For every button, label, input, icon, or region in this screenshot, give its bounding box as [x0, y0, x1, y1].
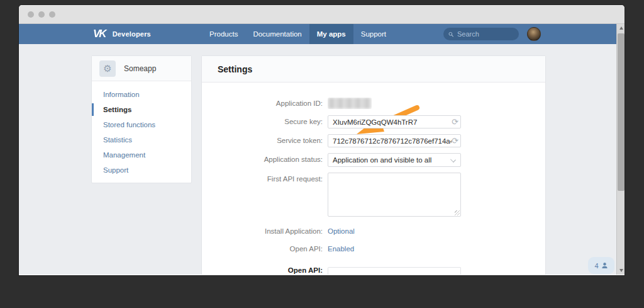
install-application-label: Install Application:	[202, 225, 323, 236]
nav-item-products[interactable]: Products	[202, 24, 245, 44]
search-input[interactable]	[457, 30, 514, 38]
row-application-id: Application ID:	[202, 97, 545, 109]
refresh-service-token-icon[interactable]: ⟳	[452, 136, 458, 145]
window-control-dot[interactable]	[38, 11, 45, 18]
browser-window: VK Developers Products Documentation My …	[19, 5, 625, 275]
vk-brand[interactable]: VK Developers	[93, 24, 151, 44]
nav-item-support[interactable]: Support	[353, 24, 394, 44]
page-content: ⚙ Someapp Information Settings Stored fu…	[19, 44, 616, 275]
service-token-input[interactable]	[328, 134, 461, 147]
sidebar-item-support[interactable]: Support	[92, 163, 191, 178]
sidebar-menu: Information Settings Stored functions St…	[92, 81, 191, 178]
nav-item-documentation[interactable]: Documentation	[245, 24, 309, 44]
application-id-label: Application ID:	[202, 97, 323, 109]
window-control-dot[interactable]	[28, 11, 34, 18]
scrollbar[interactable]	[616, 24, 625, 275]
sidebar-item-settings[interactable]: Settings	[92, 102, 191, 117]
user-avatar[interactable]	[527, 27, 541, 41]
row-open-api: Open API: Enabled	[202, 242, 545, 254]
page-title: Settings	[218, 64, 252, 74]
row-secure-key: Secure key: ⟳	[202, 115, 545, 128]
app-name: Someapp	[124, 64, 156, 73]
search-box[interactable]	[443, 28, 519, 40]
scroll-up-icon[interactable]	[617, 24, 625, 32]
row-service-token: Service token: ⟳	[202, 134, 545, 147]
window-control-dot[interactable]	[49, 11, 55, 18]
application-id-value-redacted	[328, 98, 372, 109]
sidebar-item-statistics[interactable]: Statistics	[92, 132, 191, 147]
secure-key-label: Secure key:	[202, 115, 323, 128]
app-sidebar: ⚙ Someapp Information Settings Stored fu…	[91, 55, 192, 183]
app-sidebar-header[interactable]: ⚙ Someapp	[92, 56, 191, 81]
resize-grip-icon[interactable]	[455, 210, 460, 215]
row-open-api-section: Open API:	[202, 264, 545, 275]
first-api-request-textarea[interactable]	[328, 173, 461, 217]
nav-item-my-apps[interactable]: My apps	[309, 24, 353, 44]
service-token-label: Service token:	[202, 134, 323, 147]
secure-key-input[interactable]	[328, 115, 461, 128]
online-users-badge[interactable]: 4	[588, 257, 614, 274]
window-body: VK Developers Products Documentation My …	[19, 24, 625, 275]
sidebar-item-stored-functions[interactable]: Stored functions	[92, 117, 191, 132]
row-first-api-request: First API request:	[202, 173, 545, 217]
sidebar-item-information[interactable]: Information	[92, 87, 191, 102]
application-status-select[interactable]: Application on and visible to all	[328, 153, 461, 167]
online-users-count: 4	[594, 262, 598, 270]
open-api-partial-input[interactable]	[328, 267, 461, 275]
settings-panel: Settings Application ID:	[201, 55, 546, 275]
application-status-label: Application status:	[202, 153, 323, 167]
vk-logo-icon: VK	[93, 28, 106, 40]
scroll-down-icon[interactable]	[617, 266, 625, 275]
row-install-application: Install Application: Optional	[202, 225, 545, 236]
brand-label: Developers	[113, 30, 151, 38]
top-navbar: VK Developers Products Documentation My …	[19, 24, 616, 44]
install-application-link[interactable]: Optional	[328, 225, 355, 235]
settings-form: Application ID: Secure key: ⟳	[202, 83, 545, 275]
nav-menu: Products Documentation My apps Support	[202, 24, 394, 44]
row-application-status: Application status: Application on and v…	[202, 153, 545, 167]
open-api-link[interactable]: Enabled	[328, 242, 354, 253]
open-api-label: Open API:	[202, 242, 323, 254]
desktop-backdrop: VK Developers Products Documentation My …	[0, 0, 644, 308]
refresh-secure-key-icon[interactable]: ⟳	[452, 117, 458, 127]
scrollbar-thumb[interactable]	[618, 33, 625, 191]
first-api-request-label: First API request:	[202, 173, 323, 217]
sidebar-item-management[interactable]: Management	[92, 147, 191, 163]
person-icon	[601, 262, 608, 269]
open-api-section-heading: Open API:	[202, 264, 323, 275]
window-titlebar	[19, 5, 625, 24]
app-gear-icon: ⚙	[99, 60, 116, 77]
settings-header: Settings	[202, 56, 545, 83]
search-icon	[448, 31, 453, 38]
